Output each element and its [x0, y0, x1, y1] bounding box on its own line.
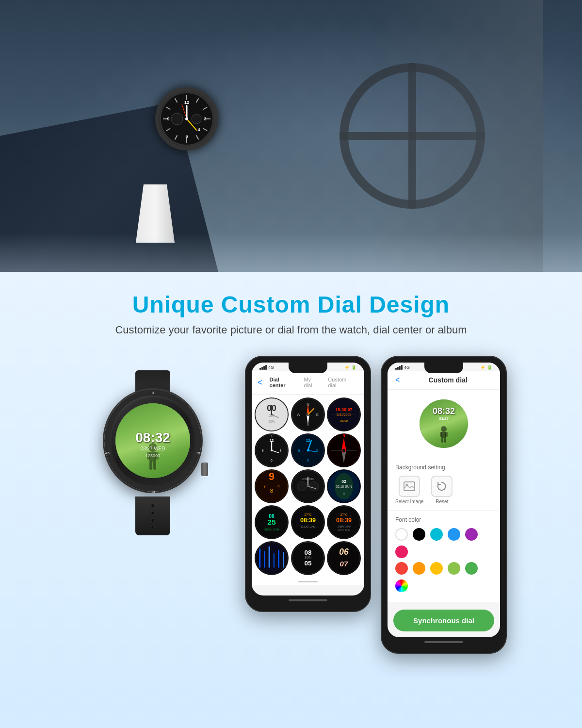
color-cyan[interactable]	[430, 528, 443, 541]
dial-item-2[interactable]: N E S W	[291, 397, 325, 431]
dial-preview-time-overlay: 08:32 03/27	[420, 406, 468, 421]
dial-item-9[interactable]: 02 02:18 SUN ⊕	[327, 469, 361, 503]
signal-bars-1	[259, 365, 267, 370]
home-bar-1	[289, 599, 327, 601]
dial-item-12[interactable]: 27°C 08:39 37BPS 1049 31520 1049	[327, 505, 361, 539]
svg-text:27°C: 27°C	[304, 513, 311, 516]
phone1-app-header[interactable]: < Dial center My dial Custom dial	[252, 371, 364, 395]
svg-rect-121	[445, 432, 448, 437]
sync-button[interactable]: Synchronous dial	[393, 610, 494, 631]
dial-item-14[interactable]: 08 SUN 05	[291, 541, 325, 575]
reset-icon	[431, 476, 453, 497]
phone2-signal: 4G	[395, 365, 410, 370]
color-green[interactable]	[465, 562, 478, 575]
svg-text:12: 12	[306, 438, 310, 443]
color-yellow-orange[interactable]	[430, 562, 443, 575]
svg-text:3: 3	[280, 449, 282, 452]
svg-text:4: 4	[277, 483, 280, 489]
color-black[interactable]	[413, 528, 425, 541]
reset-option[interactable]: Reset	[431, 476, 453, 504]
watch-time: 08:32	[135, 430, 170, 446]
svg-text:05: 05	[304, 560, 312, 567]
dial-grid: 00 200 50%	[252, 395, 364, 578]
svg-text:25: 25	[267, 518, 276, 526]
svg-text:31520  1048: 31520 1048	[264, 528, 279, 531]
watch-date: 03/27 WED	[140, 446, 165, 451]
color-purple[interactable]	[465, 528, 478, 541]
image-icon	[404, 481, 415, 491]
svg-text:27°C: 27°C	[340, 513, 348, 516]
color-orange[interactable]	[413, 562, 425, 575]
select-image-icon	[399, 476, 420, 497]
svg-text:00000: 00000	[340, 419, 348, 422]
svg-text:9: 9	[269, 471, 275, 482]
svg-text:8: 8	[271, 435, 273, 438]
headline-block: Unique Custom Dial Design Customize your…	[10, 291, 572, 336]
svg-text:6: 6	[185, 134, 188, 139]
phone1-scroll-indicator	[252, 578, 364, 585]
signal-bars-2	[395, 365, 403, 370]
dial-item-4[interactable]: 12 3 6 9 8	[255, 433, 289, 467]
svg-text:06: 06	[340, 547, 349, 557]
strap-holes-group	[135, 496, 170, 529]
watch-steps: 123000	[146, 453, 160, 458]
color-rainbow[interactable]	[395, 579, 408, 592]
bezel-number-45: 45	[105, 451, 110, 455]
svg-text:50%: 50%	[268, 420, 275, 423]
signal-bar-3	[263, 366, 265, 370]
dial-item-3[interactable]: 15:00:07 5/31/2005 00000	[327, 397, 361, 431]
dial-item-1[interactable]: 00 200 50%	[255, 397, 289, 431]
dial-item-6[interactable]: N	[327, 433, 361, 467]
svg-point-81	[309, 481, 319, 491]
phone2-app-header[interactable]: < Custom dial	[388, 371, 500, 390]
phone1-home-indicator	[252, 596, 364, 605]
dial-item-15[interactable]: 06 07	[327, 541, 361, 575]
svg-text:W: W	[297, 413, 301, 417]
select-image-option[interactable]: Select Image	[395, 476, 423, 504]
bezel-number-15: 15	[196, 451, 200, 455]
phone2-notch	[424, 363, 463, 373]
dial-item-5[interactable]: 12 3 6 9	[291, 433, 325, 467]
phone1-back-button[interactable]: <	[258, 378, 263, 388]
color-red[interactable]	[395, 562, 408, 575]
svg-point-80	[297, 481, 306, 491]
svg-point-59	[271, 449, 273, 451]
bluetooth-icon-2: ⚡	[480, 365, 485, 370]
svg-rect-122	[441, 438, 443, 443]
svg-point-36	[271, 414, 273, 415]
color-blue[interactable]	[448, 528, 460, 541]
color-pink[interactable]	[395, 546, 408, 558]
color-dots-row2	[395, 562, 492, 592]
svg-text:08:39: 08:39	[336, 517, 352, 524]
svg-text:08: 08	[304, 549, 312, 556]
dial-item-8[interactable]: CHRONO	[291, 469, 325, 503]
svg-text:9: 9	[262, 449, 264, 452]
signal-bar-4	[265, 365, 267, 370]
hero-watch-face: 12 3 6 9 4	[159, 91, 214, 147]
dial-item-11[interactable]: 27°C 08:39 31520 1049	[291, 505, 325, 539]
tab-dial-center[interactable]: Dial center	[267, 375, 299, 390]
svg-text:12: 12	[184, 100, 189, 105]
bg-setting-title: Background setting	[395, 464, 492, 471]
phone2-back-button[interactable]: <	[395, 376, 400, 384]
svg-text:31520  1049: 31520 1049	[338, 529, 351, 531]
color-dots-row1	[395, 528, 492, 558]
dial-item-13[interactable]	[255, 541, 289, 575]
bluetooth-icon-1: ⚡	[344, 365, 350, 370]
battery-icon-1: 🔋	[351, 365, 356, 370]
dial-item-7[interactable]: 9 8 7 4	[255, 469, 289, 503]
svg-point-73	[342, 448, 346, 452]
svg-text:02: 02	[341, 479, 346, 484]
color-white[interactable]	[395, 528, 408, 541]
color-lime[interactable]	[448, 562, 460, 575]
smartwatch: 08:32 03/27 WED 123000	[95, 370, 211, 535]
tab-custom-dial[interactable]: Custom dial	[325, 375, 358, 390]
phone1-tabs: Dial center My dial Custom dial	[267, 375, 358, 390]
tab-my-dial[interactable]: My dial	[301, 375, 323, 390]
dial-item-10[interactable]: 06 25 31520 1048	[255, 505, 289, 539]
phone2-network: 4G	[404, 365, 410, 370]
svg-text:7: 7	[263, 483, 266, 489]
svg-point-67	[307, 449, 309, 452]
signal-bar-2	[261, 367, 263, 370]
hero-bottom-fade	[0, 233, 582, 272]
